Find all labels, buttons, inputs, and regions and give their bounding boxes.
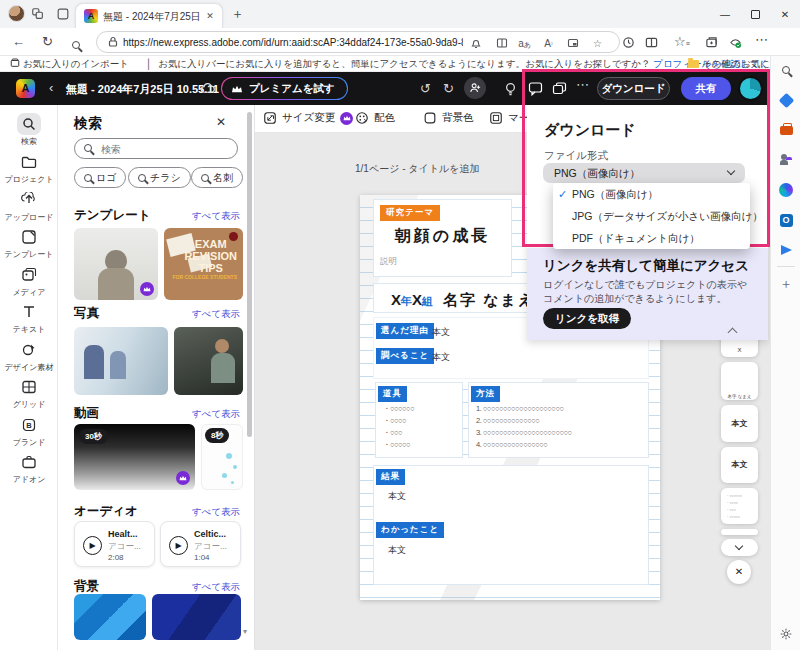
- people-icon[interactable]: [778, 152, 794, 168]
- template-thumb-meditation[interactable]: [74, 228, 158, 300]
- audio-card[interactable]: ▶ Celtic... アコー... 1:04: [160, 521, 241, 567]
- translate-icon[interactable]: aあ: [518, 37, 531, 50]
- template-thumb-exam-tips[interactable]: EXAMREVISIONTIPS FOR COLLEGE STUDENTS: [164, 228, 243, 300]
- background-thumb-lightblue[interactable]: [74, 594, 146, 640]
- try-premium-button[interactable]: プレミアムを試す: [221, 77, 348, 100]
- page-title-label[interactable]: 1/1ページ - タイトルを追加: [355, 162, 479, 176]
- favorites-import-button[interactable]: お気に入りのインポート: [10, 58, 129, 71]
- rail-item-uploads[interactable]: アップロード: [0, 189, 58, 223]
- document-title[interactable]: 無題 - 2024年7月25日 10.55.11: [66, 82, 219, 97]
- outlook-icon[interactable]: O: [778, 212, 794, 228]
- browser-profile-avatar[interactable]: [8, 5, 25, 22]
- add-sidebar-app-icon[interactable]: ＋: [778, 276, 794, 292]
- duplicate-pages-icon[interactable]: [552, 81, 567, 99]
- rail-item-design-assets[interactable]: デザイン素材: [0, 339, 58, 373]
- chip-flyer[interactable]: チラシ: [128, 167, 191, 188]
- tools-icon[interactable]: [778, 122, 794, 138]
- get-link-button[interactable]: リンクを取得: [543, 308, 631, 329]
- format-option-pdf[interactable]: PDF（ドキュメント向け）: [553, 227, 750, 249]
- adobe-express-logo[interactable]: [16, 79, 35, 98]
- favorite-star-icon[interactable]: ☆: [591, 37, 604, 50]
- rail-item-grid[interactable]: グリッド: [0, 376, 58, 410]
- photo-thumb-office[interactable]: [74, 327, 168, 395]
- photos-view-all-link[interactable]: すべて表示: [192, 308, 240, 321]
- doc-result-box[interactable]: 結果 本文 わかったこと 本文: [373, 465, 649, 585]
- split-screen-icon[interactable]: [645, 36, 658, 52]
- download-button[interactable]: ダウンロード: [597, 77, 670, 100]
- search-panel-close-icon[interactable]: ✕: [216, 115, 226, 129]
- doc-theme-badge[interactable]: 研究テーマ: [380, 205, 440, 221]
- rail-item-search[interactable]: 検索: [0, 113, 58, 147]
- search-nav-icon[interactable]: [72, 37, 80, 52]
- window-maximize-button[interactable]: [740, 0, 770, 28]
- element-card-list[interactable]: ・○○○○○○・○○○○・○○○・○○○○○: [721, 488, 758, 524]
- doc-method-box[interactable]: 方法 1. ○○○○○○○○○○○○○○○○○○○○2. ○○○○○○○○○○○…: [468, 382, 649, 458]
- refresh-button[interactable]: ↻: [42, 34, 53, 49]
- audio-card[interactable]: ▶ Healt... アコー... 2:08: [74, 521, 155, 567]
- play-icon[interactable]: ▶: [169, 536, 188, 555]
- settings-gear-icon[interactable]: [778, 626, 794, 642]
- rail-item-brand[interactable]: Bブランド: [0, 414, 58, 448]
- browser-essentials-icon[interactable]: [622, 36, 635, 52]
- play-icon[interactable]: ▶: [83, 536, 102, 555]
- undo-icon[interactable]: ↺: [420, 81, 431, 96]
- collections-icon[interactable]: [705, 36, 718, 52]
- share-button[interactable]: 共有: [681, 77, 731, 100]
- browser-tab[interactable]: 無題 - 2024年7月25日 10.55.11 ✕: [75, 3, 223, 28]
- color-scheme-button[interactable]: 配色: [355, 111, 395, 125]
- chip-business-card[interactable]: 名刺: [191, 167, 243, 188]
- format-option-jpg[interactable]: JPG（データサイズが小さい画像向け）: [553, 205, 750, 227]
- doc-description[interactable]: 説明: [380, 256, 397, 268]
- notification-bell-icon[interactable]: [469, 37, 482, 50]
- element-card-partial[interactable]: [721, 529, 758, 535]
- read-aloud-icon[interactable]: A⁾: [542, 37, 555, 50]
- audio-view-all-link[interactable]: すべて表示: [192, 506, 240, 519]
- doc-title-card[interactable]: 研究テーマ 朝顔の成長 説明: [373, 199, 512, 277]
- resize-button[interactable]: サイズ変更: [263, 111, 353, 125]
- chevron-up-icon[interactable]: [728, 328, 738, 338]
- element-card-body2[interactable]: 本文: [721, 447, 758, 483]
- window-close-button[interactable]: ✕: [770, 0, 800, 28]
- favorites-bar-icon[interactable]: ☆≡: [674, 34, 690, 49]
- search-input-wrap[interactable]: [74, 138, 238, 159]
- elements-scroll-down-button[interactable]: [721, 539, 758, 556]
- element-card-body1[interactable]: 本文: [721, 405, 758, 442]
- doc-tools-box[interactable]: 道具 ・○○○○○○・○○○○・○○○・○○○○○: [375, 382, 463, 458]
- background-color-button[interactable]: 背景色: [423, 111, 474, 125]
- comment-icon[interactable]: [528, 81, 543, 99]
- split-layout-icon[interactable]: [495, 37, 508, 50]
- close-elements-button[interactable]: ✕: [727, 560, 751, 584]
- window-minimize-button[interactable]: —: [710, 0, 740, 28]
- backgrounds-view-all-link[interactable]: すべて表示: [192, 581, 240, 594]
- rail-item-text[interactable]: テキスト: [0, 301, 58, 335]
- rail-item-addons[interactable]: アドオン: [0, 451, 58, 485]
- cloud-sync-icon[interactable]: [200, 81, 215, 99]
- address-bar[interactable]: https://new.express.adobe.com/id/urn:aai…: [96, 31, 620, 53]
- account-avatar[interactable]: [738, 76, 763, 101]
- background-thumb-darkblue[interactable]: [152, 594, 241, 640]
- rail-item-media[interactable]: メディア: [0, 264, 58, 298]
- templates-view-all-link[interactable]: すべて表示: [192, 210, 240, 223]
- workspaces-icon[interactable]: [31, 7, 45, 21]
- tab-close-icon[interactable]: ✕: [203, 9, 217, 23]
- copilot-apps-icon[interactable]: [778, 182, 794, 198]
- browser-menu-icon[interactable]: ⋯: [755, 32, 768, 47]
- photo-thumb-gym[interactable]: [174, 327, 243, 395]
- redo-icon[interactable]: ↻: [443, 81, 454, 96]
- drop-icon[interactable]: [778, 242, 794, 258]
- video-thumb-smoke[interactable]: 30秒: [74, 424, 195, 490]
- rail-item-templates[interactable]: テンプレート: [0, 226, 58, 260]
- chip-logo[interactable]: ロゴ: [74, 167, 126, 188]
- video-thumb-bubbles[interactable]: 8秒: [201, 424, 243, 490]
- videos-view-all-link[interactable]: すべて表示: [192, 408, 240, 421]
- invite-people-icon[interactable]: [464, 77, 486, 99]
- ideas-lightbulb-icon[interactable]: [503, 81, 518, 99]
- rail-item-projects[interactable]: プロジェクト: [0, 151, 58, 185]
- wallet-check-icon[interactable]: [729, 36, 742, 52]
- sidebar-search-icon[interactable]: [778, 62, 794, 78]
- tab-actions-icon[interactable]: [56, 7, 70, 21]
- file-format-select[interactable]: PNG（画像向け）: [543, 163, 745, 183]
- more-options-icon[interactable]: ⋯: [576, 77, 589, 92]
- picture-in-picture-icon[interactable]: [566, 37, 579, 50]
- back-button[interactable]: ←: [12, 34, 25, 49]
